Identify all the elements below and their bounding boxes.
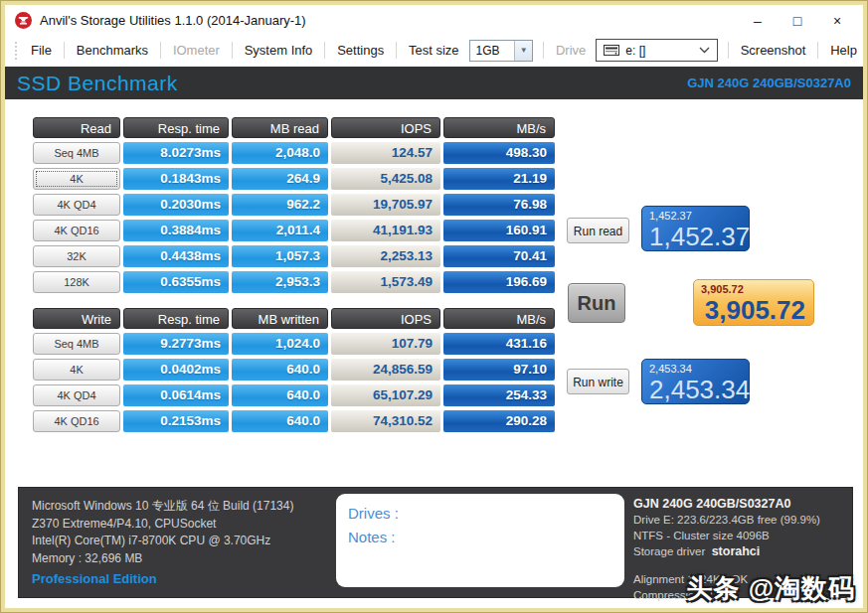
cell-resp-time: 0.2153ms bbox=[123, 410, 229, 432]
drive-label: Drive bbox=[550, 40, 592, 61]
write-4k-button[interactable]: 4K bbox=[33, 359, 120, 381]
read-32k-button[interactable]: 32K bbox=[33, 245, 120, 267]
toolbar-grip bbox=[15, 42, 17, 60]
menu-system-info[interactable]: System Info bbox=[239, 40, 319, 61]
test-size-value: 1GB bbox=[470, 41, 515, 61]
read-4k-button[interactable]: 4K bbox=[33, 168, 120, 190]
menu-separator bbox=[160, 42, 161, 59]
menu-separator bbox=[64, 42, 65, 59]
edition-label: Professional Edition bbox=[32, 571, 157, 586]
cell-iops: 24,856.59 bbox=[331, 359, 440, 381]
resp-time-col-header: Resp. time bbox=[123, 308, 229, 329]
cell-mbs: 431.16 bbox=[443, 333, 555, 355]
cell-resp-time: 0.0402ms bbox=[123, 359, 229, 381]
read-4kqd16-button[interactable]: 4K QD16 bbox=[33, 220, 120, 241]
cell-mbs: 498.30 bbox=[443, 142, 555, 164]
os-info: Microsoft Windows 10 专业版 64 位 Build (171… bbox=[32, 498, 293, 516]
drives-notes-box[interactable]: Drives : Notes : bbox=[336, 494, 624, 587]
cell-iops: 124.57 bbox=[331, 142, 440, 164]
test-size-label: Test size bbox=[403, 40, 465, 61]
write-score-value: 2,453.34 bbox=[649, 376, 741, 403]
menu-bar: File Benchmarks IOmeter System Info Sett… bbox=[5, 36, 863, 65]
menu-benchmarks[interactable]: Benchmarks bbox=[71, 40, 154, 61]
mb-read-col-header: MB read bbox=[232, 117, 328, 138]
mb-written-col-header: MB written bbox=[232, 308, 328, 329]
maximize-button[interactable]: □ bbox=[778, 8, 817, 34]
test-size-select[interactable]: 1GB ▼ bbox=[469, 40, 534, 62]
minimize-button[interactable]: – bbox=[738, 8, 778, 34]
write-table: Write Resp. time MB written IOPS MB/s Se… bbox=[33, 308, 555, 432]
menu-separator bbox=[232, 42, 233, 59]
menu-settings[interactable]: Settings bbox=[331, 40, 390, 61]
read-4kqd4-button[interactable]: 4K QD4 bbox=[33, 194, 120, 216]
write-4kqd4-button[interactable]: 4K QD4 bbox=[33, 384, 120, 406]
cpu-info: Intel(R) Core(TM) i7-8700K CPU @ 3.70GHz bbox=[32, 533, 293, 550]
cell-resp-time: 9.2773ms bbox=[123, 333, 229, 355]
cell-iops: 41,191.93 bbox=[331, 220, 440, 241]
storage-driver-line: Storage driver storahci bbox=[633, 543, 820, 559]
read-score-box: 1,452.37 1,452.37 bbox=[641, 206, 750, 251]
cell-mbs: 21.19 bbox=[443, 168, 555, 190]
menu-separator bbox=[728, 42, 729, 59]
menu-separator bbox=[324, 42, 325, 59]
cell-iops: 74,310.52 bbox=[331, 410, 440, 432]
storage-driver-value: storahci bbox=[712, 544, 761, 558]
cell-iops: 107.79 bbox=[331, 333, 440, 355]
close-button[interactable]: × bbox=[817, 8, 857, 34]
cell-mb-read: 2,048.0 bbox=[232, 142, 328, 164]
memory-info: Memory : 32,696 MB bbox=[32, 550, 293, 568]
drive-select[interactable]: e: [] bbox=[596, 39, 717, 62]
run-button[interactable]: Run bbox=[568, 283, 625, 323]
cell-mb-written: 640.0 bbox=[232, 384, 328, 406]
cell-resp-time: 0.3884ms bbox=[123, 220, 229, 241]
run-read-button[interactable]: Run read bbox=[567, 218, 629, 243]
cell-mb-written: 640.0 bbox=[232, 410, 328, 432]
iops-col-header: IOPS bbox=[331, 117, 440, 138]
mbs-col-header: MB/s bbox=[443, 117, 555, 138]
cell-resp-time: 0.1843ms bbox=[123, 168, 229, 190]
cell-iops: 5,425.08 bbox=[331, 168, 440, 190]
menu-separator bbox=[396, 42, 397, 59]
cell-mb-read: 264.9 bbox=[232, 168, 328, 190]
title-bar: Anvil's Storage Utilities 1.1.0 (2014-Ja… bbox=[5, 5, 863, 36]
write-score-box: 2,453.34 2,453.34 bbox=[641, 359, 750, 404]
watermark-text: 头条 @淘数码 bbox=[686, 571, 855, 606]
write-col-header: Write bbox=[33, 308, 120, 329]
read-col-header: Read bbox=[33, 117, 120, 138]
cell-mb-written: 640.0 bbox=[232, 359, 328, 381]
menu-help[interactable]: Help bbox=[824, 40, 863, 61]
menu-separator bbox=[543, 42, 544, 59]
drive-filesystem: NTFS - Cluster size 4096B bbox=[633, 528, 820, 543]
cell-mb-read: 962.2 bbox=[232, 194, 328, 216]
cell-mbs: 76.98 bbox=[443, 194, 555, 216]
cell-iops: 2,253.13 bbox=[331, 245, 440, 267]
cell-mbs: 97.10 bbox=[443, 359, 555, 381]
page-title: SSD Benchmark bbox=[17, 72, 178, 95]
read-seq4mb-button[interactable]: Seq 4MB bbox=[33, 142, 120, 164]
device-name: GJN 240G 240GB/S0327A0 bbox=[687, 76, 851, 90]
run-write-button[interactable]: Run write bbox=[567, 369, 629, 394]
storage-driver-label: Storage driver bbox=[633, 545, 705, 557]
cell-resp-time: 0.6355ms bbox=[123, 271, 229, 293]
cell-mbs: 196.69 bbox=[443, 271, 555, 293]
benchmark-header-band: SSD Benchmark GJN 240G 240GB/S0327A0 bbox=[5, 67, 863, 99]
drive-capacity: Drive E: 223.6/223.4GB free (99.9%) bbox=[633, 512, 820, 528]
write-4kqd16-button[interactable]: 4K QD16 bbox=[33, 410, 120, 432]
cell-mb-written: 1,024.0 bbox=[232, 333, 328, 355]
cell-mbs: 70.41 bbox=[443, 245, 555, 267]
app-logo-icon bbox=[15, 12, 32, 29]
read-128k-button[interactable]: 128K bbox=[33, 271, 120, 293]
resp-time-col-header: Resp. time bbox=[123, 117, 229, 138]
menu-screenshot[interactable]: Screenshot bbox=[735, 40, 812, 61]
dropdown-arrow-icon[interactable]: ▼ bbox=[514, 41, 532, 61]
drive-value: e: [] bbox=[625, 44, 645, 58]
write-seq4mb-button[interactable]: Seq 4MB bbox=[33, 333, 120, 355]
menu-separator bbox=[817, 42, 818, 59]
cell-iops: 19,705.97 bbox=[331, 194, 440, 216]
cell-mbs: 254.33 bbox=[443, 384, 555, 406]
cell-mb-read: 2,011.4 bbox=[232, 220, 328, 241]
menu-file[interactable]: File bbox=[25, 40, 58, 61]
window-title: Anvil's Storage Utilities 1.1.0 (2014-Ja… bbox=[40, 13, 306, 28]
cell-mbs: 160.91 bbox=[443, 220, 555, 241]
cell-iops: 1,573.49 bbox=[331, 271, 440, 293]
